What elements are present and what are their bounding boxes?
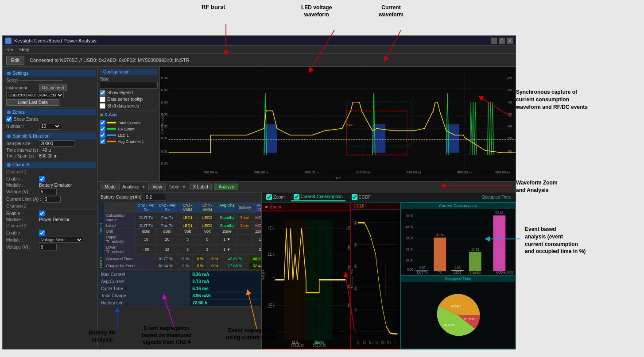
ch4-lower: 2 xyxy=(198,245,217,255)
title-input[interactable] xyxy=(100,82,158,88)
ch2-1-label: DUT Tx xyxy=(136,223,157,229)
data-series-tooltip-checkbox[interactable] xyxy=(100,96,105,102)
close-button[interactable]: ✕ xyxy=(507,38,513,44)
cc-checkbox[interactable] xyxy=(294,194,299,200)
unit-row: Unit dBm dBm Volt Volt Zone Zone xyxy=(105,229,262,234)
data-series-tooltip-label: Data series tooltip xyxy=(107,97,143,102)
svg-text:600.00 m: 600.00 m xyxy=(305,170,319,174)
svg-text:40.00: 40.00 xyxy=(405,225,413,229)
svg-text:Other 0.00: Other 0.00 xyxy=(498,271,513,275)
legend-led1-check[interactable] xyxy=(100,132,105,138)
analyze-button[interactable]: Analyze xyxy=(214,184,238,190)
avg-ch-header: Avg Ch xyxy=(252,203,261,213)
ch2-2-label: Fac Tx xyxy=(157,223,178,229)
svg-text:Standby: Standby xyxy=(469,271,481,275)
ch3-header: Channel 3 xyxy=(4,223,96,229)
arrow-down-icon: ▼ xyxy=(141,184,146,189)
cc-svg: 50.00 40.00 30.00 20.00 10.00 0.00 xyxy=(401,209,515,275)
ch2-2-lower: 19 xyxy=(157,245,178,255)
zoom-checkbox[interactable] xyxy=(266,194,272,200)
ch3-module-select[interactable]: Voltage Meter xyxy=(39,237,83,243)
table-label: Table xyxy=(169,184,179,189)
ch3-enable-row: Enable : xyxy=(6,230,94,236)
avg-current-label: Avg Current xyxy=(98,278,190,285)
ch4-unit: Volt xyxy=(198,229,217,234)
mode-button[interactable]: Mode xyxy=(101,184,120,190)
minimize-button[interactable]: ─ xyxy=(491,38,497,44)
legend-rf-event-label: RF Event xyxy=(118,127,135,131)
ot-ch3: 0 % xyxy=(193,255,208,262)
zoom-svg: 4E-3 2E-3 0 -2E-3 -25 -30 xyxy=(262,211,350,349)
svg-text:100: 100 xyxy=(353,220,357,226)
show-legend-label: Show legend xyxy=(107,90,133,95)
svg-text:-20: -20 xyxy=(507,76,512,80)
avg-ch1-src: Standby xyxy=(217,213,237,223)
ccdf-tab[interactable]: CCDF xyxy=(349,193,374,201)
ch2-1-upper: 10 xyxy=(136,234,157,245)
instrument-select[interactable]: USB0::0x2A8D::0x0F02::MY56000993::0 xyxy=(6,92,64,98)
edit-button[interactable]: Edit xyxy=(6,56,24,65)
cbe-avg-ch1: 17.03 % xyxy=(222,262,248,269)
load-last-data-button[interactable]: Load Last Data xyxy=(6,99,59,106)
sample-duration-bullet xyxy=(7,134,11,138)
analysis-label: Analysis xyxy=(122,184,139,189)
avg-current-value: 2.73 mA xyxy=(190,278,261,285)
ch3-voltage-input[interactable] xyxy=(39,244,57,250)
sample-duration-header: Sample & Duration xyxy=(4,133,96,139)
zoom-tab[interactable]: Zoom xyxy=(264,193,287,201)
current-waveform-annotation: Currentwaveform xyxy=(379,4,403,18)
calc-source-header xyxy=(105,203,136,213)
svg-text:10 m: 10 m xyxy=(381,339,384,345)
ccdf-checkbox[interactable] xyxy=(352,194,357,200)
svg-text:1 μ: 1 μ xyxy=(357,339,359,345)
settings-bullet xyxy=(7,72,11,75)
svg-text:52.43: 52.43 xyxy=(496,211,504,215)
svg-text:42.33%: 42.33% xyxy=(450,305,461,308)
cc-chart: 50.00 40.00 30.00 20.00 10.00 0.00 xyxy=(401,209,515,275)
zones-number-select[interactable]: 10 xyxy=(39,123,61,130)
menu-help[interactable]: Help xyxy=(19,47,30,52)
menu-file[interactable]: File xyxy=(5,47,13,52)
ch1-voltage-input[interactable] xyxy=(39,188,57,195)
legend-rf-event-check[interactable] xyxy=(100,126,105,132)
sample-size-row: Sample size : xyxy=(6,140,94,147)
battery-lbl: Zone xyxy=(237,223,253,229)
battery-capacity-input[interactable] xyxy=(144,194,166,200)
ch1-enable-checkbox[interactable] xyxy=(39,176,45,182)
avg-ch-upper: 1 xyxy=(252,234,261,245)
svg-text:-30: -30 xyxy=(507,88,512,92)
show-zones-checkbox[interactable] xyxy=(6,116,12,122)
ch2-2-unit: dBm xyxy=(157,229,178,234)
ch1-current-input[interactable] xyxy=(43,196,61,203)
maximize-button[interactable]: □ xyxy=(499,38,505,44)
rf-burst-annotation: RF burst xyxy=(202,4,225,10)
disconnect-button[interactable]: Disconnect xyxy=(39,84,67,91)
ch3-enable-checkbox[interactable] xyxy=(39,230,45,236)
x-label-button[interactable]: X Label xyxy=(189,184,212,190)
ch3-module-label: Module : xyxy=(6,238,37,242)
legend-total-current-check[interactable] xyxy=(100,120,105,126)
ch3-module-row: Module : Voltage Meter xyxy=(6,237,94,243)
svg-text:1 m: 1 m xyxy=(376,339,378,345)
svg-rect-69 xyxy=(351,210,400,349)
svg-text:0.01: 0.01 xyxy=(161,150,167,154)
time-interval-row: Time Interval (s) : 40 u xyxy=(6,148,94,153)
show-zones-row: Show Zones xyxy=(6,116,94,122)
zoom-config-icon[interactable]: ● xyxy=(265,203,268,210)
ch2-enable-checkbox[interactable] xyxy=(39,211,45,216)
sample-size-input[interactable] xyxy=(39,140,74,147)
zones-bullet xyxy=(7,111,11,114)
svg-text:580.00 m: 580.00 m xyxy=(254,170,269,174)
current-consumption-tab[interactable]: Current Consumption xyxy=(291,193,345,201)
shift-data-series-checkbox[interactable] xyxy=(100,103,105,109)
show-legend-checkbox[interactable] xyxy=(100,90,105,96)
svg-text:-50: -50 xyxy=(507,112,512,116)
svg-text:Volt: Volt xyxy=(262,270,265,280)
svg-text:Ampere: Ampere xyxy=(373,348,380,349)
ch3-unit: Volt xyxy=(178,229,197,234)
calc-source-label: Calculation source xyxy=(105,213,136,223)
window-controls[interactable]: ─ □ ✕ xyxy=(491,38,513,44)
result-table-container: Result Occupied Time 10.77 % 0 % 0 % 0 %… xyxy=(98,255,261,270)
legend-avg-ch1-check[interactable] xyxy=(100,138,105,144)
view-button[interactable]: View xyxy=(148,184,166,190)
